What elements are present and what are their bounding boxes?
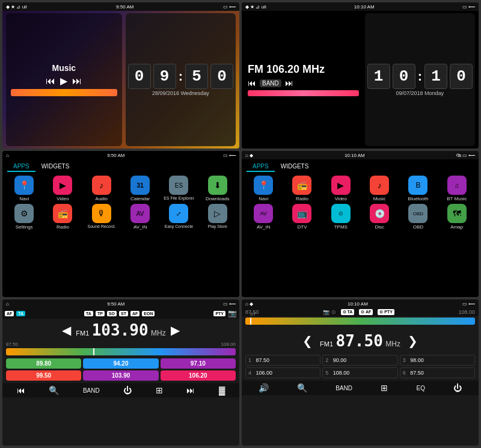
presets-6: 1 87.50 2 90.00 3 98.00 4 106.00 5 108.0… [242, 352, 479, 381]
radio-badges-6: 📷 ⊙ ⊙ TA ⊙ AF ⊙ PTY [323, 309, 394, 315]
radio-badges-5: AF TA TA TP SO ST AF EON PTY 📷 [2, 308, 239, 319]
ctrl-menu-5[interactable]: ⊞ [156, 385, 163, 395]
preset-1-5[interactable]: 89.80 [6, 358, 81, 369]
app-avin-4[interactable]: AV AV_IN [245, 204, 281, 230]
tabs-3: APPS WIDGETS [2, 159, 239, 172]
app-dtv-4[interactable]: 📺 DTV [284, 204, 320, 230]
app-play-3[interactable]: ▷ Play Store [200, 204, 236, 230]
app-radio-3[interactable]: 📻 Radio [44, 204, 81, 230]
fm-next-2[interactable]: ⏭ [285, 78, 293, 88]
panel-apps-left: ⌂ 9:50 AM ▭ ⟵ APPS WIDGETS 📍 Navi ▶ Vide… [2, 151, 239, 297]
preset-6-6[interactable]: 6 87.50 [400, 367, 475, 378]
app-btmusic-4[interactable]: ♫ BT Music [439, 176, 475, 201]
app-amap-4[interactable]: 🗺 Amap [439, 204, 475, 230]
status-right-1: ▭ ⟵ [223, 4, 236, 10]
status-center-6: 10:10 AM [348, 301, 368, 307]
app-music-4[interactable]: ♪ Music [361, 176, 397, 201]
preset-5-6[interactable]: 5 108.00 [322, 367, 397, 378]
app-files-3[interactable]: ES ES File Explorer [161, 176, 197, 201]
status-bar-1: ◆ ★ ⊿ ull 9:50 AM ▭ ⟵ [2, 2, 239, 11]
fm-band-5: FM1 [76, 330, 89, 337]
flip-hour2-1: 9 [153, 64, 176, 89]
tab-widgets-3[interactable]: WIDGETS [35, 162, 76, 172]
fm-freq-5: 103.90 [92, 321, 149, 339]
status-center-2: 10:10 AM [354, 4, 375, 10]
clock-date-1: 28/09/2016 Wednesday [152, 90, 209, 96]
ctrl-eq-5[interactable]: ▓ [219, 385, 225, 395]
app-sound-3[interactable]: 🎙 Sound Record. [84, 204, 120, 230]
panel-apps-right: ⌂ ◆ 10:10 AM 🛍 ▭ ⟵ APPS WIDGETS 📍 Navi 📻… [242, 151, 479, 297]
preset-4-6[interactable]: 4 106.00 [245, 367, 320, 378]
ctrl-power-5[interactable]: ⏻ [123, 385, 132, 395]
freq-scale-6: ST [245, 318, 475, 328]
app-video-4[interactable]: ▶ Video [323, 176, 359, 201]
app-avin-3[interactable]: AV AV_IN [122, 204, 158, 230]
app-obd-4[interactable]: OBD OBD [400, 204, 436, 230]
rewind-btn[interactable]: ⏮ [46, 76, 55, 87]
ctrl-band-6[interactable]: BAND [335, 385, 352, 391]
ctrl-search-6[interactable]: 🔍 [297, 383, 307, 393]
app-tpms-4[interactable]: ⊙ TPMS [323, 204, 359, 230]
fm-display-5: FM1 103.90 MHz [76, 321, 166, 339]
fm-prev-5[interactable]: ◀ [62, 323, 71, 337]
preset-4-5[interactable]: 99.50 [6, 370, 81, 381]
app-audio-3[interactable]: ♪ Audio [84, 176, 120, 201]
tab-widgets-4[interactable]: WIDGETS [275, 162, 315, 172]
camera-icon-5: 📷 [228, 309, 237, 318]
app-navi-3[interactable]: 📍 Navi [6, 176, 42, 201]
play-btn[interactable]: ▶ [60, 75, 67, 87]
app-bt-4[interactable]: B Bluetooth [400, 176, 436, 201]
apps-grid-3: 📍 Navi ▶ Video ♪ Audio 31 Calendar ES ES… [2, 172, 239, 233]
scale-right-6: 108.00 [458, 309, 475, 315]
badge-ta2: TA [84, 311, 93, 316]
fm-prev-2[interactable]: ⏮ [248, 78, 256, 88]
ctrl-eq-6[interactable]: EQ [417, 385, 425, 391]
clock-box-2: 1 0 : 1 0 09/07/2018 Monday [365, 13, 475, 146]
badge-af: AF [5, 311, 14, 316]
band-btn-2[interactable]: BAND [260, 79, 281, 87]
app-easy-3[interactable]: ⤢ Easy Connecte [161, 204, 197, 230]
scale-left-5: 87.50 [6, 342, 18, 347]
preset-2-6[interactable]: 2 90.00 [322, 355, 397, 366]
badge-ta: TA [16, 311, 25, 316]
ctrl-power-6[interactable]: ⏻ [453, 383, 462, 393]
tab-apps-3[interactable]: APPS [7, 162, 35, 172]
flip-h2-2: 0 [393, 64, 415, 89]
preset-5-5[interactable]: 103.90 [83, 370, 158, 381]
flip-hour-1: 0 [128, 64, 151, 89]
fm-next-6[interactable]: ❯ [408, 334, 418, 348]
app-settings-3[interactable]: ⚙ Settings [6, 204, 42, 230]
tab-apps-4[interactable]: APPS [247, 162, 275, 172]
flip-m1-2: 1 [424, 64, 447, 89]
forward-btn[interactable]: ⏭ [72, 76, 82, 87]
app-disc-4[interactable]: 💿 Disc [361, 204, 397, 230]
fm-prev-6[interactable]: ❮ [302, 334, 313, 348]
flip-clock-2: 1 0 : 1 0 [367, 64, 473, 89]
app-navi-4[interactable]: 📍 Navi [245, 176, 281, 201]
preset-1-6[interactable]: 1 87.50 [245, 355, 320, 366]
app-calendar-3[interactable]: 31 Calendar [122, 176, 158, 201]
preset-2-5[interactable]: 94.20 [83, 358, 158, 369]
preset-3-5[interactable]: 97.10 [161, 358, 236, 369]
ctrl-vol-6[interactable]: 🔊 [259, 383, 269, 393]
ctrl-fwd-5[interactable]: ⏭ [186, 385, 195, 395]
home-icon-5: ⌂ [6, 301, 9, 307]
clock-box-1: 0 9 : 5 0 28/09/2016 Wednesday [126, 13, 236, 146]
app-radio-4[interactable]: 📻 Radio [284, 176, 320, 201]
fm-box-2: FM 106.20 MHz ⏮ BAND ⏭ [245, 13, 361, 146]
ctrl-back-5[interactable]: ⏮ [17, 385, 25, 395]
ctrl-menu-6[interactable]: ⊞ [381, 383, 388, 393]
fm-wave-2 [248, 90, 359, 96]
fm-next-5[interactable]: ▶ [171, 323, 180, 337]
ctrl-search-5[interactable]: 🔍 [49, 385, 59, 395]
status-left-2: ◆ ★ ⊿ ull [245, 4, 266, 10]
badge-pty-6: ⊙ PTY [378, 309, 394, 315]
preset-3-6[interactable]: 3 98.00 [400, 355, 475, 366]
badge-cam-6: 📷 ⊙ [323, 309, 336, 315]
preset-6-5[interactable]: 106.20 [161, 370, 236, 381]
fm-main-6: ❮ FM1 87.50 MHz ❯ [242, 330, 479, 352]
app-video-3[interactable]: ▶ Video [44, 176, 81, 201]
home-icon-4: ⌂ ◆ [245, 153, 253, 158]
ctrl-band-5[interactable]: BAND [83, 387, 100, 394]
app-downloads-3[interactable]: ⬇ Downloads [200, 176, 236, 201]
